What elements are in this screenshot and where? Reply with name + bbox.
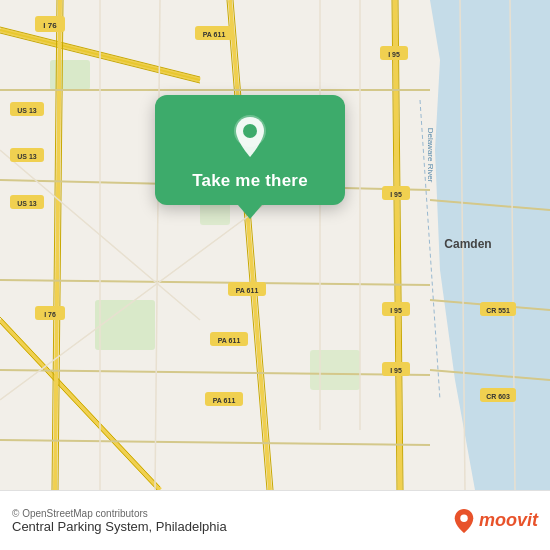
svg-text:I 76: I 76	[43, 21, 57, 30]
svg-text:US 13: US 13	[17, 200, 37, 207]
svg-text:I 76: I 76	[44, 311, 56, 318]
map-container: I 76 US 13 US 13 US 13 PA 611 I 95 I 95 …	[0, 0, 550, 490]
svg-text:CR 603: CR 603	[486, 393, 510, 400]
svg-text:Delaware River: Delaware River	[426, 128, 435, 183]
svg-text:US 13: US 13	[17, 153, 37, 160]
svg-rect-6	[310, 350, 360, 390]
svg-text:I 95: I 95	[390, 367, 402, 374]
svg-text:US 13: US 13	[17, 107, 37, 114]
footer-left: © OpenStreetMap contributors Central Par…	[12, 508, 445, 534]
footer: © OpenStreetMap contributors Central Par…	[0, 490, 550, 550]
svg-text:I 95: I 95	[388, 51, 400, 58]
svg-point-74	[460, 514, 467, 521]
svg-text:PA 611: PA 611	[213, 397, 236, 404]
copyright-text: © OpenStreetMap contributors	[12, 508, 445, 519]
moovit-brand-text: moovit	[479, 510, 538, 531]
svg-point-73	[243, 124, 257, 138]
svg-text:PA 611: PA 611	[236, 287, 259, 294]
tooltip-card[interactable]: Take me there	[155, 95, 345, 205]
svg-text:PA 611: PA 611	[218, 337, 241, 344]
location-pin-icon	[226, 113, 274, 161]
location-title: Central Parking System, Philadelphia	[12, 519, 445, 534]
svg-text:PA 611: PA 611	[203, 31, 226, 38]
map-roads: I 76 US 13 US 13 US 13 PA 611 I 95 I 95 …	[0, 0, 550, 490]
svg-text:CR 551: CR 551	[486, 307, 510, 314]
svg-text:I 95: I 95	[390, 191, 402, 198]
svg-text:I 95: I 95	[390, 307, 402, 314]
take-me-label: Take me there	[192, 171, 308, 191]
moovit-pin-icon	[453, 508, 475, 534]
svg-text:Camden: Camden	[444, 237, 491, 251]
moovit-logo: moovit	[453, 508, 538, 534]
